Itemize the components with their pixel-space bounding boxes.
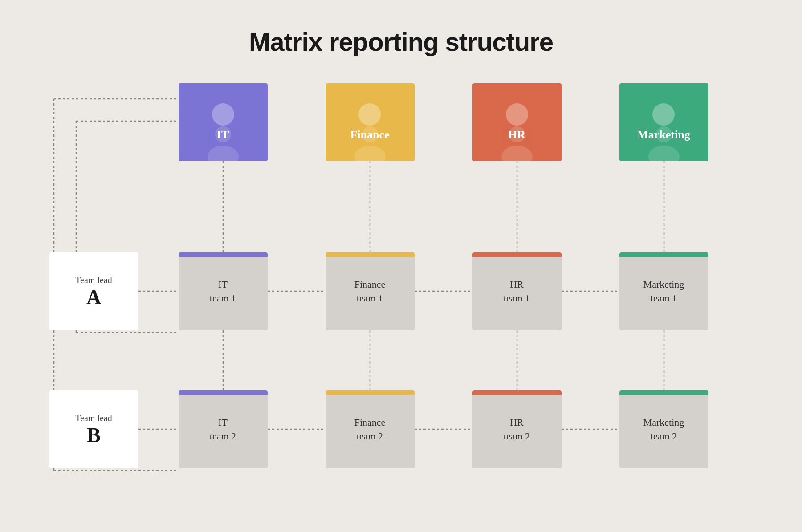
hr-team-1-box: HRteam 1: [472, 252, 562, 330]
finance-team-1-bar: [326, 252, 415, 257]
team-lead-a-letter: A: [86, 287, 101, 308]
it-team-2-box: ITteam 2: [179, 390, 268, 468]
marketing-team-1-bar: [619, 252, 708, 257]
dept-it-label: IT: [217, 128, 229, 142]
team-lead-b-letter: B: [87, 425, 101, 446]
marketing-team-2-box: Marketingteam 2: [619, 390, 708, 468]
team-lead-a-title: Team lead: [75, 275, 112, 285]
dept-finance: Finance: [326, 83, 415, 161]
svg-point-27: [501, 146, 533, 161]
dept-hr-circle: [506, 103, 528, 126]
marketing-team-2-bar: [619, 390, 708, 395]
it-team-2-bar: [179, 390, 268, 395]
finance-team-1-label: Financeteam 1: [354, 278, 386, 305]
svg-point-29: [648, 146, 680, 161]
marketing-team-2-label: Marketingteam 2: [643, 416, 684, 443]
finance-team-2-label: Financeteam 2: [354, 416, 386, 443]
it-team-2-label: ITteam 2: [210, 416, 236, 443]
team-lead-a-box: Team lead A: [49, 252, 138, 330]
hr-team-2-bar: [472, 390, 562, 395]
team-lead-b-title: Team lead: [75, 413, 112, 423]
hr-team-1-bar: [472, 252, 562, 257]
finance-team-2-box: Financeteam 2: [326, 390, 415, 468]
dept-marketing-circle: [652, 103, 675, 126]
page-title: Matrix reporting structure: [249, 27, 553, 57]
dept-marketing: Marketing: [619, 83, 708, 161]
marketing-team-1-box: Marketingteam 1: [619, 252, 708, 330]
marketing-team-1-label: Marketingteam 1: [643, 278, 684, 305]
it-team-1-label: ITteam 1: [210, 278, 236, 305]
dept-finance-circle: [358, 103, 381, 126]
hr-team-2-label: HRteam 2: [504, 416, 530, 443]
dept-it-circle: [212, 103, 234, 126]
hr-team-1-label: HRteam 1: [504, 278, 530, 305]
dept-hr: HR: [472, 83, 562, 161]
dept-hr-label: HR: [508, 128, 525, 142]
dept-marketing-label: Marketing: [637, 128, 690, 142]
diagram-container: .dot-line { stroke: #888; stroke-width: …: [41, 83, 762, 493]
dept-it: IT: [179, 83, 268, 161]
svg-point-23: [208, 146, 239, 161]
hr-team-2-box: HRteam 2: [472, 390, 562, 468]
it-team-1-box: ITteam 1: [179, 252, 268, 330]
it-team-1-bar: [179, 252, 268, 257]
team-lead-b-box: Team lead B: [49, 390, 138, 468]
dept-finance-label: Finance: [350, 128, 389, 142]
svg-point-25: [354, 146, 386, 161]
finance-team-1-box: Financeteam 1: [326, 252, 415, 330]
finance-team-2-bar: [326, 390, 415, 395]
